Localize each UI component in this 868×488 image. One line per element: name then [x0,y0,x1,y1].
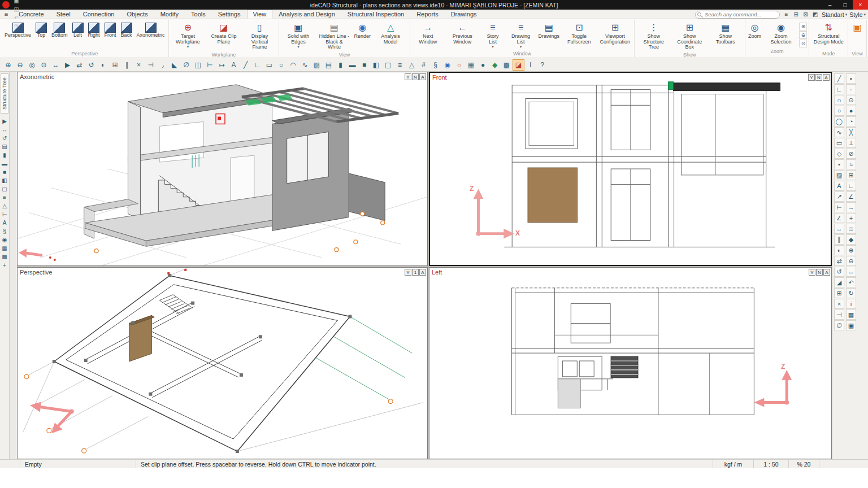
left-button[interactable]: Left [71,20,85,39]
axonometric-button[interactable]: Axonometric [135,20,167,39]
create-clip-plane-button[interactable]: ◪Create Clip Plane [206,20,241,45]
fillet-icon[interactable]: ◞ [157,59,168,71]
command-list-icon[interactable]: ≡ [782,10,791,19]
viewport-control-button[interactable]: N [816,269,823,276]
menu-tab[interactable]: Connection [77,10,121,19]
open-file-icon[interactable]: ▣ [12,0,21,5]
axonometric-canvas[interactable] [18,72,427,265]
layers-icon[interactable]: ▦ [1,244,9,252]
wall-icon[interactable]: ▤ [1,142,9,151]
mirror-icon[interactable]: ◐ [834,245,844,255]
previous-view-icon[interactable]: ↶ [846,277,856,287]
menu-tab[interactable]: Analysis and Design [272,10,341,19]
back-button[interactable]: Back [119,20,134,39]
zoom-window-icon[interactable]: ◎ [26,59,38,71]
stairs-icon[interactable]: ≡ [394,59,406,71]
viewport-control-button[interactable]: Y [809,269,815,276]
dim-angular-icon[interactable]: ∠ [834,213,844,223]
polygon-icon[interactable]: ◇ [834,149,844,159]
story-list-button[interactable]: ≡Story List▾ [481,20,505,49]
window-icon[interactable]: ▢ [382,59,394,71]
column-icon[interactable]: ▮ [1,151,9,159]
dimension-icon[interactable]: ↦ [216,59,228,71]
viewport-perspective[interactable]: Perspective Y1A [17,267,428,459]
mirror-icon[interactable]: ◐ [97,59,109,71]
ortho-icon[interactable]: ∟ [846,181,856,191]
spline-icon[interactable]: ∿ [299,59,311,71]
close-drawing-icon[interactable]: ⊠ [801,10,810,19]
grid-snap-icon[interactable]: ⊞ [846,170,856,180]
hatch-icon[interactable]: ▨ [834,170,844,180]
help-icon[interactable]: ? [536,59,548,71]
slab-icon[interactable]: ■ [358,59,370,71]
status-zoom[interactable]: % 20 [789,460,819,468]
image-icon[interactable]: ▣ [846,320,856,330]
ellipse-icon[interactable]: ◯ [834,116,844,127]
trim-icon[interactable]: × [834,299,844,309]
zoom-extents-mini-icon[interactable]: ⊙ [799,40,807,47]
flag-icon[interactable]: ◩ [811,10,819,19]
layers-icon[interactable]: ⊞ [792,10,800,19]
viewport-control-button[interactable]: Y [808,74,815,81]
zoom-out-mini-icon[interactable]: ⊖ [799,31,807,39]
viewport-control-button[interactable]: A [823,74,830,81]
quadrant-snap-icon[interactable]: ◔ [846,116,856,127]
text-icon[interactable]: A [1,219,9,227]
drawing-list-button[interactable]: ≡Drawing List▾ [506,20,536,49]
extend-icon[interactable]: ⊣ [145,59,157,71]
circle-icon[interactable]: ○ [834,106,844,116]
material-icon[interactable]: ▩ [501,59,513,71]
erase-icon[interactable]: ∅ [834,320,844,330]
toggle-fullscreen-button[interactable]: ⊡Toggle Fullscreen [562,20,596,45]
orbit-icon[interactable]: ↺ [1,134,9,142]
show-toolbars-button[interactable]: ▦Show Toolbars [708,20,743,45]
chamfer-icon[interactable]: ◣ [168,59,180,71]
zoom-button[interactable]: ◎Zoom [747,20,763,40]
arc-icon[interactable]: ◠ [287,59,299,71]
erase-icon[interactable]: ∅ [180,59,192,71]
roof-icon[interactable]: △ [1,202,9,210]
render-button[interactable]: ◉Render [353,20,372,40]
wall-icon[interactable]: ▤ [323,59,335,71]
menu-tab[interactable]: View [247,10,273,19]
circle-icon[interactable]: ○ [275,59,287,71]
arc-icon[interactable]: ∩ [834,95,844,105]
top-button[interactable]: Top [34,20,49,39]
measure-icon[interactable]: ↔ [834,224,844,234]
array-icon[interactable]: ⊞ [834,288,844,298]
grid-axis-icon[interactable]: # [418,59,429,71]
nearest-snap-icon[interactable]: ≈ [846,159,856,169]
roof-icon[interactable]: △ [406,59,418,71]
menu-tab[interactable]: Structural Inspection [341,10,410,19]
target-workplane-button[interactable]: ⊕Target Workplane▾ [171,20,206,49]
next-window-button[interactable]: →Next Window [412,20,444,45]
status-unit[interactable]: kgf / m [713,460,754,468]
minimize-button[interactable]: – [822,0,837,10]
midpoint-snap-icon[interactable]: ◦ [846,84,856,94]
clip-plane-tool-icon[interactable]: ◪ [513,59,524,71]
point-icon[interactable]: • [834,159,844,169]
zoom-in-icon[interactable]: ⊕ [2,59,14,71]
zoom-in-mini-icon[interactable]: ⊕ [799,23,807,30]
standart-dropdown[interactable]: Standart▾ [822,11,847,18]
zoom-selection-button[interactable]: ◉Zoom Selection [763,20,798,45]
polyline-icon[interactable]: ∟ [834,84,844,94]
solid-with-edges-button[interactable]: ▣Solid with Edges▾ [281,20,315,49]
viewport-left[interactable]: Left YNA Z [429,267,832,459]
visibility-icon[interactable]: ● [477,59,489,71]
zoom-extents-icon[interactable]: ⊙ [38,59,50,71]
offset-icon[interactable]: ∥ [834,234,844,245]
style-dropdown[interactable]: Style▾ [849,11,866,18]
materials-icon[interactable]: ▩ [1,252,9,261]
previous-window-button[interactable]: ←Previous Window [445,20,480,45]
table-icon[interactable]: ▦ [846,310,856,320]
bottom-button[interactable]: Bottom [50,20,70,39]
leader-icon[interactable]: ↗ [834,191,844,202]
sun-icon[interactable]: ☼ [453,59,465,71]
paint-icon[interactable]: ◆ [846,234,856,245]
rectangle-icon[interactable]: ▭ [834,138,844,148]
door-icon[interactable]: ◧ [370,59,382,71]
menu-tab[interactable]: Tools [185,10,212,19]
spline-icon[interactable]: ∿ [834,127,844,137]
menu-tab[interactable]: Steel [50,10,77,19]
